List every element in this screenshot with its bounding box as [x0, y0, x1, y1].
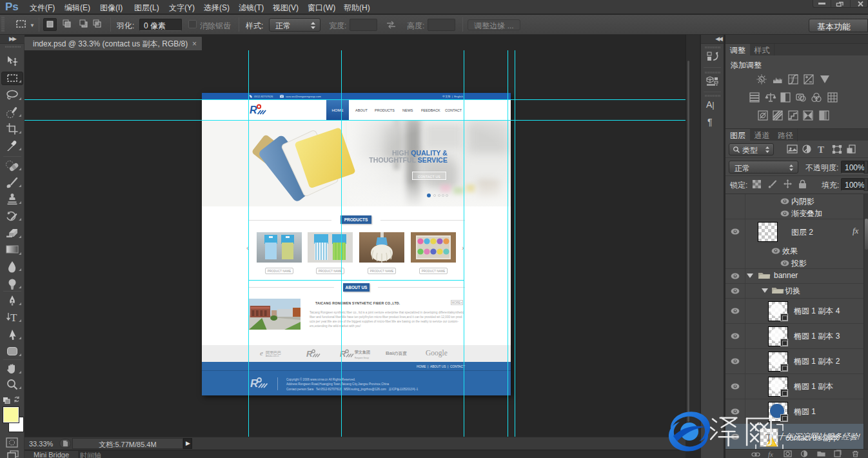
svg-text:T: T	[10, 312, 17, 323]
svg-text:T: T	[818, 144, 824, 155]
